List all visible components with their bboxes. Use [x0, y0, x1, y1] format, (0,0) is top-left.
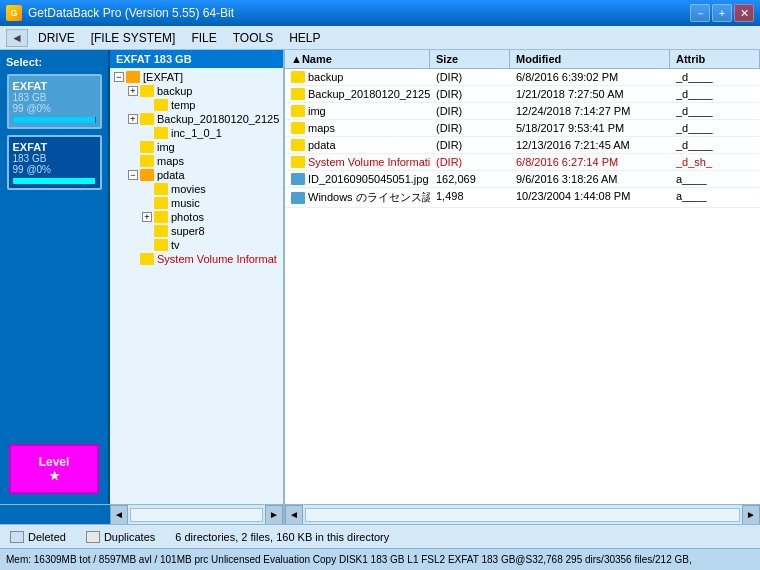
deleted-label: Deleted [28, 531, 66, 543]
minimize-button[interactable]: － [690, 4, 710, 22]
file-cell-modified-3: 5/18/2017 9:53:41 PM [510, 120, 670, 136]
col-header-size[interactable]: Size [430, 50, 510, 68]
file-cell-attrib-0: _d____ [670, 69, 760, 85]
tree-expand-10[interactable]: + [142, 212, 152, 222]
tree-item-4[interactable]: inc_1_0_1 [110, 126, 283, 140]
title-bar-left: G GetDataBack Pro (Version 5.55) 64-Bit [6, 5, 234, 21]
tree-item-label-10: photos [171, 211, 204, 223]
tree-item-9[interactable]: music [110, 196, 283, 210]
file-name-text-3: maps [308, 122, 335, 134]
col-header-name[interactable]: ▲Name [285, 50, 430, 68]
file-icon-6 [291, 173, 305, 185]
file-list-rows: backup(DIR)6/8/2016 6:39:02 PM_d____Back… [285, 69, 760, 208]
app-title: GetDataBack Pro (Version 5.55) 64-Bit [28, 6, 234, 20]
file-icon-5 [291, 156, 305, 168]
drive-card-1[interactable]: EXFAT 183 GB 99 @0% [7, 74, 102, 129]
tree-item-8[interactable]: movies [110, 182, 283, 196]
file-row-5[interactable]: System Volume Information(DIR)6/8/2016 6… [285, 154, 760, 171]
file-cell-size-3: (DIR) [430, 120, 510, 136]
sidebar-label: Select: [6, 56, 42, 68]
directory-summary: 6 directories, 2 files, 160 KB in this d… [175, 531, 389, 543]
file-cell-modified-4: 12/13/2016 7:21:45 AM [510, 137, 670, 153]
tree-item-12[interactable]: tv [110, 238, 283, 252]
file-icon-1 [291, 88, 305, 100]
file-scrollbar: ◄ ► [285, 505, 760, 524]
file-cell-attrib-4: _d____ [670, 137, 760, 153]
file-row-6[interactable]: ID_20160905045051.jpg162,0699/6/2016 3:1… [285, 171, 760, 188]
status-bar-2: Mem: 16309MB tot / 8597MB avl / 101MB pr… [0, 548, 760, 570]
drive-card-2-size: 183 GB [13, 153, 96, 164]
tree-item-label-4: inc_1_0_1 [171, 127, 222, 139]
drive-card-1-title: EXFAT [13, 80, 96, 92]
file-cell-modified-1: 1/21/2018 7:27:50 AM [510, 86, 670, 102]
tree-item-13[interactable]: System Volume Informat [110, 252, 283, 266]
tree-item-label-11: super8 [171, 225, 205, 237]
col-header-modified[interactable]: Modified [510, 50, 670, 68]
tree-item-label-0: [EXFAT] [143, 71, 183, 83]
file-icon-0 [291, 71, 305, 83]
level-star: ★ [49, 469, 60, 483]
tree-item-3[interactable]: +Backup_20180120_2125 [110, 112, 283, 126]
tree-item-5[interactable]: img [110, 140, 283, 154]
tree-scroll-left[interactable]: ◄ [110, 505, 128, 525]
sidebar: Select: EXFAT 183 GB 99 @0% EXFAT 183 GB… [0, 50, 110, 504]
tree-item-10[interactable]: +photos [110, 210, 283, 224]
tree-item-1[interactable]: +backup [110, 84, 283, 98]
tree-item-label-1: backup [157, 85, 192, 97]
file-cell-attrib-1: _d____ [670, 86, 760, 102]
back-button[interactable]: ◄ [6, 29, 28, 47]
file-row-1[interactable]: Backup_20180120_2125(DIR)1/21/2018 7:27:… [285, 86, 760, 103]
file-cell-size-5: (DIR) [430, 154, 510, 170]
file-row-3[interactable]: maps(DIR)5/18/2017 9:53:41 PM_d____ [285, 120, 760, 137]
menu-help[interactable]: HELP [283, 29, 326, 47]
tree-expand-0[interactable]: − [114, 72, 124, 82]
tree-item-7[interactable]: −pdata [110, 168, 283, 182]
file-cell-name-4: pdata [285, 137, 430, 153]
file-scroll-right[interactable]: ► [742, 505, 760, 525]
file-cell-modified-7: 10/23/2004 1:44:08 PM [510, 188, 670, 207]
file-cell-size-1: (DIR) [430, 86, 510, 102]
maximize-button[interactable]: + [712, 4, 732, 22]
tree-item-label-2: temp [171, 99, 195, 111]
col-header-attrib[interactable]: Attrib [670, 50, 760, 68]
file-row-7[interactable]: Windows のライセンス認...1,49810/23/2004 1:44:0… [285, 188, 760, 208]
level-box[interactable]: Level ★ [9, 444, 99, 494]
tree-item-2[interactable]: temp [110, 98, 283, 112]
file-row-0[interactable]: backup(DIR)6/8/2016 6:39:02 PM_d____ [285, 69, 760, 86]
drive-card-2[interactable]: EXFAT 183 GB 99 @0% [7, 135, 102, 190]
tree-scroll-right[interactable]: ► [265, 505, 283, 525]
tree-expand-7[interactable]: − [128, 170, 138, 180]
tree-item-6[interactable]: maps [110, 154, 283, 168]
file-cell-attrib-6: a____ [670, 171, 760, 187]
close-button[interactable]: ✕ [734, 4, 754, 22]
tree-item-label-5: img [157, 141, 175, 153]
file-row-2[interactable]: img(DIR)12/24/2018 7:14:27 PM_d____ [285, 103, 760, 120]
menu-drive[interactable]: DRIVE [32, 29, 81, 47]
duplicates-label: Duplicates [104, 531, 155, 543]
tree-folder-icon-11 [154, 225, 168, 237]
file-cell-size-4: (DIR) [430, 137, 510, 153]
tree-header: EXFAT 183 GB [110, 50, 283, 68]
tree-item-label-12: tv [171, 239, 180, 251]
deleted-legend-box [10, 531, 24, 543]
tree-item-0[interactable]: −[EXFAT] [110, 70, 283, 84]
file-name-text-0: backup [308, 71, 343, 83]
tree-expand-1[interactable]: + [128, 86, 138, 96]
menu-filesystem[interactable]: [FILE SYSTEM] [85, 29, 182, 47]
tree-scroll-track[interactable] [130, 508, 263, 522]
file-cell-modified-6: 9/6/2016 3:18:26 AM [510, 171, 670, 187]
file-cell-modified-5: 6/8/2016 6:27:14 PM [510, 154, 670, 170]
drive-card-2-title: EXFAT [13, 141, 96, 153]
menu-tools[interactable]: TOOLS [227, 29, 279, 47]
tree-item-label-9: music [171, 197, 200, 209]
file-icon-3 [291, 122, 305, 134]
file-scroll-left[interactable]: ◄ [285, 505, 303, 525]
file-tree-panel: EXFAT 183 GB −[EXFAT]+backuptemp+Backup_… [110, 50, 285, 504]
tree-item-11[interactable]: super8 [110, 224, 283, 238]
file-scroll-track[interactable] [305, 508, 740, 522]
tree-expand-3[interactable]: + [128, 114, 138, 124]
file-row-4[interactable]: pdata(DIR)12/13/2016 7:21:45 AM_d____ [285, 137, 760, 154]
menu-file[interactable]: FILE [185, 29, 222, 47]
tree-item-label-8: movies [171, 183, 206, 195]
file-cell-name-3: maps [285, 120, 430, 136]
